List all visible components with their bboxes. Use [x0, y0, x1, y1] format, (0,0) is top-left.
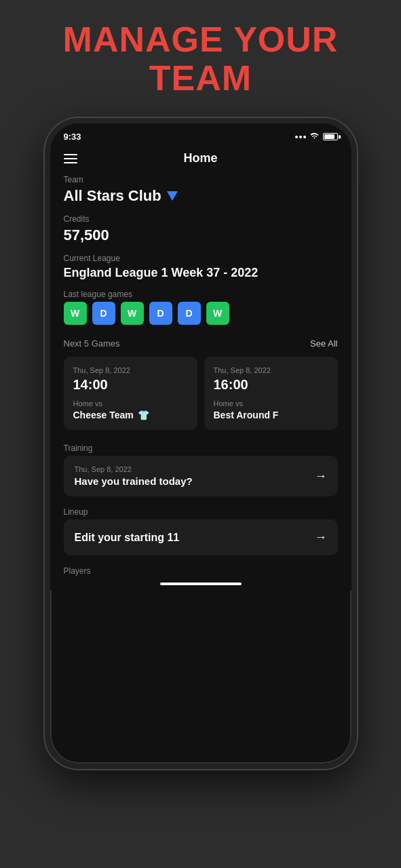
game-team: Best Around F [214, 410, 328, 420]
game-time: 14:00 [73, 377, 188, 393]
phone-frame: 9:33 Home [45, 118, 357, 769]
training-title: Have you trained today? [75, 475, 193, 487]
training-arrow-icon: → [315, 469, 327, 484]
lineup-title: Edit your starting 11 [75, 532, 180, 544]
league-label: Current League [64, 254, 338, 263]
page-headline: MANAGE YOUR TEAM [63, 20, 339, 118]
headline-line1: MANAGE YOUR [63, 20, 339, 59]
phone-screen: 9:33 Home [50, 123, 351, 591]
credits-value: 57,500 [64, 226, 338, 244]
result-badge: D [149, 302, 172, 325]
game-team: Cheese Team 👕 [73, 410, 188, 420]
headline-line2: TEAM [149, 58, 252, 98]
jersey-icon: 👕 [138, 410, 149, 420]
main-content: Team All Stars Club Credits 57,500 Curre… [50, 175, 351, 576]
status-bar: 9:33 [50, 123, 351, 146]
game-date: Thu, Sep 8, 2022 [73, 366, 188, 374]
result-badge: D [92, 302, 115, 325]
last-games-label: Last league games [64, 290, 338, 299]
results-row: WDWDDW [64, 302, 338, 325]
next-games-section: Next 5 Games See All Thu, Sep 8, 2022 14… [64, 338, 338, 430]
shield-icon [167, 191, 178, 201]
game-home-vs: Home vs [73, 399, 188, 408]
game-date: Thu, Sep 8, 2022 [214, 366, 328, 374]
header-title: Home [183, 151, 217, 165]
league-value: England League 1 Week 37 - 2022 [64, 266, 338, 280]
players-section: Players [64, 566, 338, 576]
battery-icon [323, 133, 338, 140]
credits-label: Credits [64, 214, 338, 224]
game-card[interactable]: Thu, Sep 8, 2022 14:00 Home vs Cheese Te… [64, 357, 197, 430]
status-time: 9:33 [64, 132, 81, 142]
game-home-vs: Home vs [214, 399, 328, 408]
game-time: 16:00 [214, 377, 328, 393]
lineup-card[interactable]: Edit your starting 11 → [64, 519, 338, 555]
players-label: Players [64, 566, 338, 576]
next-games-header: Next 5 Games See All [64, 338, 338, 349]
team-name: All Stars Club [64, 187, 338, 205]
lineup-section: Lineup Edit your starting 11 → [64, 507, 338, 555]
next-games-title: Next 5 Games [64, 338, 120, 349]
lineup-label: Lineup [64, 507, 338, 517]
games-row: Thu, Sep 8, 2022 14:00 Home vs Cheese Te… [64, 357, 338, 430]
credits-section: Credits 57,500 [64, 214, 338, 244]
result-badge: W [206, 302, 229, 325]
team-section: Team All Stars Club [64, 175, 338, 205]
training-section: Training Thu, Sep 8, 2022 Have you train… [64, 443, 338, 496]
team-label: Team [64, 175, 338, 184]
see-all-button[interactable]: See All [310, 338, 337, 349]
app-header: Home [50, 146, 351, 175]
lineup-arrow-icon: → [315, 530, 327, 545]
status-icons [295, 132, 338, 141]
last-games-section: Last league games WDWDDW [64, 290, 338, 325]
result-badge: D [178, 302, 201, 325]
training-card[interactable]: Thu, Sep 8, 2022 Have you trained today?… [64, 456, 338, 496]
hamburger-button[interactable] [64, 154, 77, 163]
result-badge: W [121, 302, 144, 325]
game-card[interactable]: Thu, Sep 8, 2022 16:00 Home vs Best Arou… [204, 357, 338, 430]
league-section: Current League England League 1 Week 37 … [64, 254, 338, 280]
result-badge: W [64, 302, 87, 325]
training-date: Thu, Sep 8, 2022 [75, 465, 193, 473]
training-label: Training [64, 443, 338, 453]
home-indicator [160, 583, 242, 585]
wifi-icon [309, 132, 320, 141]
signal-dots-icon [295, 136, 306, 138]
